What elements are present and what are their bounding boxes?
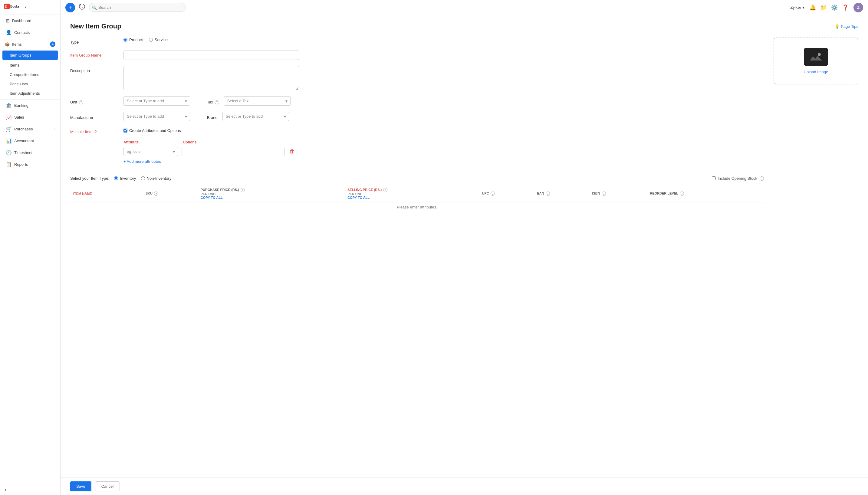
manufacturer-select[interactable]: Select or Type to add [123, 112, 190, 121]
isbn-help-icon[interactable]: ? [602, 191, 606, 196]
sidebar-sub-price-lists[interactable]: Price Lists [0, 79, 60, 89]
history-btn[interactable] [79, 3, 85, 12]
col-isbn: ISBN ? [589, 186, 647, 202]
sidebar-nav-item-banking[interactable]: 🏦 Banking [0, 100, 60, 112]
item-group-name-input[interactable] [123, 51, 299, 60]
sidebar-nav-item-accountant[interactable]: 📊 Accountant [0, 135, 60, 147]
upload-image-box[interactable]: Upload Image [773, 37, 858, 84]
type-product-radio[interactable] [123, 38, 127, 42]
inventory-radio[interactable] [114, 176, 118, 180]
sidebar: Z Books ▾ ⊞ Dashboard 👤 Contacts 📦 Items… [0, 0, 61, 495]
topbar-icons: 🔔 📁 ⚙️ ❓ [809, 4, 849, 11]
sidebar-label-items-sub: Items [10, 63, 19, 67]
sidebar-nav-item-reports[interactable]: 📋 Reports [0, 158, 60, 170]
type-row: Type Product Service [70, 37, 764, 45]
app-logo[interactable]: Z Books ▾ [0, 0, 60, 15]
sidebar-label-composite-items: Composite Items [10, 72, 39, 77]
form-side: Upload Image [773, 37, 858, 212]
sidebar-parent-items[interactable]: 📦 Items + [0, 38, 60, 50]
sidebar-sub-item-groups[interactable]: Item Groups [2, 51, 58, 60]
add-new-btn[interactable]: + [65, 3, 75, 12]
tax-select[interactable]: Select a Tax [224, 96, 291, 106]
add-item-group-btn[interactable]: + [50, 41, 55, 47]
org-selector[interactable]: Zylker ▾ [790, 5, 804, 10]
delete-attribute-btn[interactable]: 🗑 [288, 147, 296, 156]
description-label: Description [70, 66, 119, 73]
sidebar-sub-item-adjustments[interactable]: Item Adjustments [0, 89, 60, 98]
sidebar-sub-composite-items[interactable]: Composite Items [0, 70, 60, 79]
col-ean: EAN ? [534, 186, 589, 202]
attribute-select[interactable]: eg: color [123, 147, 178, 156]
sidebar-label-items-parent: Items [12, 42, 22, 47]
sidebar-nav-item-timesheet[interactable]: 🕐 Timesheet [0, 147, 60, 158]
attribute-row: eg: color 🗑 [123, 147, 764, 156]
options-input[interactable] [182, 147, 285, 156]
type-service-option[interactable]: Service [149, 37, 168, 42]
selling-price-help-icon[interactable]: ? [383, 188, 387, 192]
settings-btn[interactable]: ⚙️ [831, 4, 838, 11]
sidebar-nav-item-contacts[interactable]: 👤 Contacts [0, 27, 60, 38]
notifications-btn[interactable]: 🔔 [809, 4, 816, 11]
multiple-items-checkbox-label[interactable]: Create Attributes and Options [123, 128, 181, 133]
purchases-icon: 🛒 [6, 126, 12, 132]
cancel-button[interactable]: Cancel [95, 481, 120, 491]
search-container: 🔍 [89, 3, 186, 12]
type-radio-group: Product Service [123, 37, 168, 42]
attribute-select-wrapper: eg: color [123, 147, 178, 156]
reports-icon: 📋 [6, 161, 12, 167]
purchase-price-help-icon[interactable]: ? [241, 188, 245, 192]
dashboard-icon: ⊞ [6, 18, 10, 23]
search-input[interactable] [89, 3, 186, 12]
brand-select[interactable]: Select or Type to add [222, 112, 289, 121]
user-avatar[interactable]: Z [853, 3, 863, 12]
files-btn[interactable]: 📁 [820, 4, 827, 11]
accountant-icon: 📊 [6, 138, 12, 144]
non-inventory-radio[interactable] [141, 176, 145, 180]
sidebar-sub-items[interactable]: Items [0, 61, 60, 70]
unit-select[interactable]: Select or Type to add [123, 96, 190, 106]
inventory-option[interactable]: Inventory [114, 176, 136, 181]
multiple-items-checkbox[interactable] [123, 129, 127, 133]
svg-text:Z: Z [5, 5, 7, 8]
table-header-row: ITEM NAME SKU ? Purchase Price (Rs.) ? P… [70, 186, 764, 202]
sidebar-collapse-btn[interactable]: ‹ [0, 484, 60, 495]
description-input[interactable] [123, 66, 299, 90]
upload-image-link[interactable]: Upload Image [804, 70, 828, 74]
include-opening-stock-checkbox[interactable] [712, 176, 716, 180]
unit-label: Unit ? [70, 98, 119, 105]
help-btn[interactable]: ❓ [842, 4, 849, 11]
type-service-radio[interactable] [149, 38, 153, 42]
sidebar-nav-item-sales[interactable]: 📈 Sales › [0, 112, 60, 123]
bottom-bar: Save Cancel [61, 477, 868, 495]
page-content: New Item Group 💡 Page Tips Type Product [61, 15, 868, 477]
sidebar-nav-item-dashboard[interactable]: ⊞ Dashboard [0, 15, 60, 27]
sku-help-icon[interactable]: ? [154, 191, 158, 196]
contacts-icon: 👤 [6, 30, 12, 35]
org-name: Zylker [790, 5, 801, 10]
page-title: New Item Group [70, 22, 121, 30]
main-area: + 🔍 Zylker ▾ 🔔 📁 ⚙️ ❓ [61, 0, 868, 495]
add-more-attributes-btn[interactable]: + Add more attributes [123, 159, 764, 164]
save-button[interactable]: Save [70, 481, 91, 491]
ean-help-icon[interactable]: ? [546, 191, 550, 196]
reorder-help-icon[interactable]: ? [680, 191, 684, 196]
unit-help-icon[interactable]: ? [79, 100, 83, 104]
include-stock-help-icon[interactable]: ? [760, 176, 764, 181]
please-enter-msg: Please enter attributes. [70, 202, 764, 212]
page-tips-label: Page Tips [841, 24, 858, 29]
type-product-option[interactable]: Product [123, 37, 143, 42]
non-inventory-option[interactable]: Non-Inventory [141, 176, 172, 181]
type-service-label: Service [155, 37, 168, 42]
sidebar-label-reports: Reports [14, 162, 28, 167]
upc-help-icon[interactable]: ? [491, 191, 495, 196]
manufacturer-label: Manufacturer [70, 113, 119, 120]
unit-tax-row: Unit ? Select or Type to add Tax ? [70, 96, 764, 106]
selling-copy-to-all[interactable]: COPY TO ALL [347, 196, 476, 199]
tax-help-icon[interactable]: ? [215, 100, 219, 104]
type-product-label: Product [129, 37, 143, 42]
sidebar-nav-item-purchases[interactable]: 🛒 Purchases › [0, 123, 60, 135]
multiple-items-label: Multiple Items? [70, 127, 119, 134]
purchase-copy-to-all[interactable]: COPY TO ALL [201, 196, 341, 199]
logo-chevron[interactable]: ▾ [25, 5, 27, 10]
page-tips-link[interactable]: 💡 Page Tips [835, 24, 858, 29]
